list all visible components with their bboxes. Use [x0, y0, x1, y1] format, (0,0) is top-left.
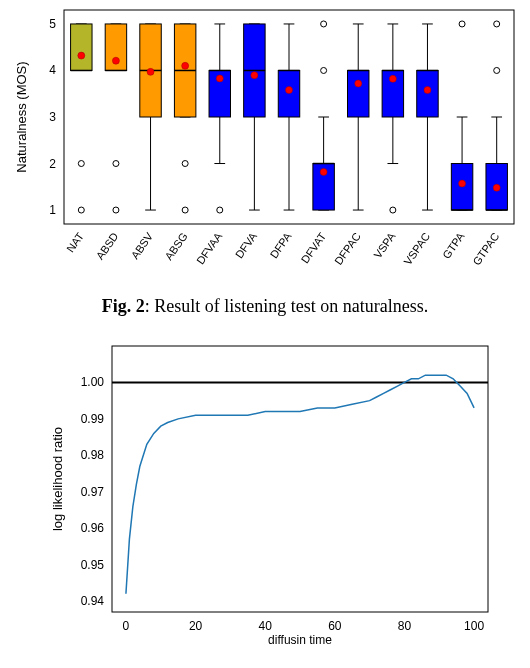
svg-point-31: [113, 161, 119, 167]
svg-text:20: 20: [189, 619, 203, 633]
figure-text: : Result of listening test on naturalnes…: [145, 296, 428, 316]
svg-rect-97: [348, 70, 369, 117]
svg-text:0: 0: [123, 619, 130, 633]
svg-text:3: 3: [49, 110, 56, 124]
svg-text:0.94: 0.94: [81, 594, 105, 608]
svg-point-51: [182, 161, 188, 167]
svg-text:4: 4: [49, 63, 56, 77]
svg-text:ABSD: ABSD: [94, 230, 121, 261]
svg-point-19: [78, 207, 84, 213]
svg-point-118: [424, 87, 431, 94]
svg-rect-142: [112, 346, 488, 612]
svg-text:0.97: 0.97: [81, 485, 105, 499]
svg-text:40: 40: [259, 619, 273, 633]
svg-point-18: [78, 52, 85, 59]
svg-point-88: [320, 168, 327, 175]
svg-point-61: [217, 207, 223, 213]
svg-point-128: [459, 21, 465, 27]
boxplot-chart: 12345Naturalness (MOS)NATABSDABSVABSGDFV…: [10, 4, 520, 284]
svg-point-139: [494, 21, 500, 27]
svg-point-99: [355, 80, 362, 87]
svg-text:ABSV: ABSV: [129, 230, 156, 261]
svg-text:diffusin time: diffusin time: [268, 633, 332, 647]
svg-text:VSPA: VSPA: [371, 230, 398, 261]
svg-text:5: 5: [49, 17, 56, 31]
svg-text:0.99: 0.99: [81, 412, 105, 426]
svg-point-108: [389, 75, 396, 82]
svg-rect-16: [71, 24, 92, 71]
svg-text:ABSG: ABSG: [162, 230, 189, 262]
svg-text:80: 80: [398, 619, 412, 633]
svg-point-79: [286, 87, 293, 94]
svg-text:NAT: NAT: [64, 230, 86, 254]
svg-point-109: [390, 207, 396, 213]
svg-text:100: 100: [464, 619, 484, 633]
svg-point-40: [147, 68, 154, 75]
svg-point-30: [113, 207, 119, 213]
svg-text:2: 2: [49, 157, 56, 171]
line-chart: 0.940.950.960.970.980.991.00020406080100…: [42, 332, 498, 648]
svg-point-29: [112, 57, 119, 64]
svg-point-137: [493, 184, 500, 191]
svg-text:GTPA: GTPA: [440, 230, 467, 261]
svg-text:GTPAC: GTPAC: [470, 230, 501, 267]
svg-point-70: [251, 72, 258, 79]
svg-point-127: [459, 180, 466, 187]
svg-text:DFVA: DFVA: [233, 230, 260, 261]
svg-text:DFPAC: DFPAC: [332, 230, 363, 267]
svg-text:DFVAT: DFVAT: [299, 230, 329, 265]
svg-text:1.00: 1.00: [81, 375, 105, 389]
svg-point-89: [321, 67, 327, 73]
svg-point-20: [78, 161, 84, 167]
svg-text:DFPA: DFPA: [267, 230, 294, 261]
svg-text:DFVAA: DFVAA: [194, 230, 225, 267]
svg-text:VSPAC: VSPAC: [401, 230, 432, 267]
svg-text:60: 60: [328, 619, 342, 633]
svg-text:0.95: 0.95: [81, 558, 105, 572]
figure-caption: Fig. 2: Result of listening test on natu…: [0, 296, 530, 317]
svg-text:Naturalness (MOS): Naturalness (MOS): [14, 61, 29, 172]
svg-point-90: [321, 21, 327, 27]
svg-text:1: 1: [49, 203, 56, 217]
svg-text:log likelihood ratio: log likelihood ratio: [50, 427, 65, 531]
figure-label: Fig. 2: [102, 296, 145, 316]
svg-point-49: [182, 62, 189, 69]
svg-point-50: [182, 207, 188, 213]
svg-point-138: [494, 67, 500, 73]
svg-text:0.96: 0.96: [81, 521, 105, 535]
svg-text:0.98: 0.98: [81, 448, 105, 462]
svg-point-60: [216, 75, 223, 82]
